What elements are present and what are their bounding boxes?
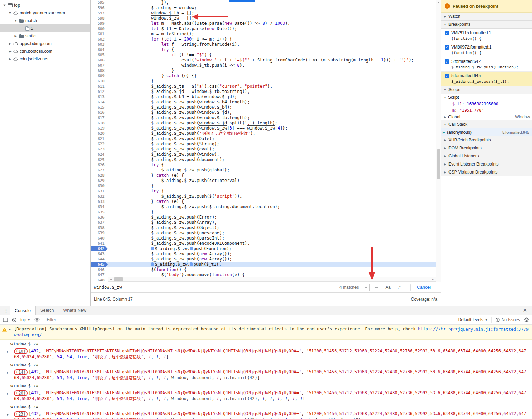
- chevron-right-icon[interactable]: ▶: [8, 42, 13, 45]
- gutter-line-number[interactable]: 603: [91, 42, 108, 47]
- filter-input[interactable]: Filter: [44, 317, 454, 323]
- tree-item-static[interactable]: ▶static: [0, 32, 90, 40]
- gutter-line-number[interactable]: 639: [91, 230, 108, 236]
- code-line[interactable]: 623 $_aiding.$_zw.push(eval);: [91, 147, 441, 152]
- code-line[interactable]: 635 }: [91, 210, 441, 215]
- code-line[interactable]: 622 $_aiding.$_zw.push(String);: [91, 141, 441, 147]
- gutter-line-number[interactable]: 619: [91, 126, 108, 131]
- code-line[interactable]: 636 $_aiding.$_zw.push(Error);: [91, 215, 441, 220]
- gutter-line-number[interactable]: 601: [91, 31, 108, 37]
- match-case-toggle[interactable]: Aa: [383, 285, 393, 290]
- log-array-preview[interactable]: ▶(20)[432, 'NTEyMDAsNTE0NTYsNTE3MTIsNTE5…: [0, 389, 532, 403]
- sidebar-section-csp-violation-breakpoints[interactable]: ▶ CSP Violation Breakpoints: [441, 168, 532, 176]
- gutter-line-number[interactable]: 598: [91, 16, 108, 21]
- sidebar-section-dom-breakpoints[interactable]: ▶ DOM Breakpoints: [441, 144, 532, 152]
- code-line[interactable]: 632 $_aiding.$_zw.push($('script'));: [91, 194, 441, 199]
- sidebar-section-call-stack[interactable]: ▼ Call Stack: [441, 120, 532, 128]
- console-sidebar-icon[interactable]: [3, 318, 8, 322]
- inline-breakpoint-marker[interactable]: [151, 247, 154, 250]
- horizontal-scrollbar[interactable]: ◄ ►: [108, 277, 436, 282]
- gutter-line-number[interactable]: 611: [91, 84, 108, 89]
- gutter-line-number[interactable]: 606: [91, 58, 108, 63]
- scroll-up-arrow-icon[interactable]: ▲: [436, 0, 441, 3]
- gutter-line-number[interactable]: 623: [91, 147, 108, 152]
- code-line[interactable]: 613 $_aiding.$_b4 = btoa(window.$_jd);: [91, 94, 441, 100]
- code-line[interactable]: 601 m = m.toString();: [91, 31, 441, 37]
- code-line[interactable]: 612 $_aiding.$_jd = window.$_tb.toString…: [91, 89, 441, 94]
- tree-item-top[interactable]: ▼top: [0, 1, 90, 9]
- breakpoint-entry[interactable]: ✓ 5:formatted:642 $_aiding.$_zw.push(Fun…: [441, 57, 532, 72]
- chevron-down-icon[interactable]: ▼: [8, 11, 13, 15]
- gutter-line-number[interactable]: 597: [91, 10, 108, 16]
- tree-item-match[interactable]: ▼match: [0, 17, 90, 24]
- code-line[interactable]: 595 });: [91, 0, 441, 5]
- sidebar-section-scope[interactable]: ▼ Scope: [441, 86, 532, 94]
- gutter-line-number[interactable]: 615: [91, 105, 108, 110]
- gutter-line-number[interactable]: 622: [91, 141, 108, 147]
- tab-search[interactable]: Search: [36, 306, 59, 315]
- expand-arrow-icon[interactable]: ▶: [7, 370, 9, 376]
- tab-console[interactable]: Console: [10, 306, 36, 315]
- breakpoint-line-number[interactable]: 642: [91, 246, 108, 251]
- chevron-right-icon[interactable]: ▶: [8, 57, 13, 61]
- vertical-scroll-thumb[interactable]: [437, 149, 440, 179]
- inline-breakpoint-marker[interactable]: [151, 262, 154, 266]
- scope-global-group[interactable]: ▶ Global Window: [441, 113, 532, 120]
- previous-match-button[interactable]: [362, 284, 370, 291]
- source-location-link[interactable]: jquery.min.js:formatted:3779: [458, 326, 529, 332]
- gutter-line-number[interactable]: 604: [91, 47, 108, 52]
- code-line[interactable]: 626 try {: [91, 162, 441, 168]
- gutter-line-number[interactable]: 641: [91, 241, 108, 246]
- gutter-line-number[interactable]: 625: [91, 157, 108, 162]
- gutter-line-number[interactable]: 596: [91, 5, 108, 10]
- code-line[interactable]: 638 $_aiding.$_zw.push(Object);: [91, 225, 441, 230]
- gutter-line-number[interactable]: 629: [91, 178, 108, 183]
- code-line[interactable]: 615 $_aiding.$_zw.push(window.$_b4);: [91, 105, 441, 110]
- gutter-line-number[interactable]: 595: [91, 0, 108, 5]
- gutter-line-number[interactable]: 636: [91, 215, 108, 220]
- code-line[interactable]: 646 $(function() {: [91, 267, 441, 272]
- tree-item-cdn-jsdelivr-net[interactable]: ▶cdn.jsdelivr.net: [0, 55, 90, 63]
- code-line[interactable]: 621 $_aiding.$_zw.push(Date);: [91, 136, 441, 141]
- code-line[interactable]: 645 $_aiding.$_zw.push($_t1);: [91, 262, 441, 267]
- close-icon[interactable]: ✕: [520, 307, 530, 314]
- code-line[interactable]: 600 let $_t1 = Date.parse(new Date());: [91, 26, 441, 31]
- code-line[interactable]: 604 try {: [91, 47, 441, 52]
- gutter-line-number[interactable]: 613: [91, 94, 108, 100]
- code-line[interactable]: 628 } catch (e) {: [91, 173, 441, 178]
- sidebar-section-xhr-breakpoints[interactable]: ▶ XHR/fetch Breakpoints: [441, 136, 532, 144]
- frame-location[interactable]: 5:formatted:645: [502, 130, 529, 134]
- scope-script-group[interactable]: ▼ Script: [441, 94, 532, 101]
- code-line[interactable]: 633 } catch (e) {: [91, 199, 441, 204]
- gutter-line-number[interactable]: 634: [91, 204, 108, 210]
- eye-icon[interactable]: [34, 318, 40, 322]
- code-line[interactable]: 597 window.$_tb = [];: [91, 10, 441, 16]
- gutter-line-number[interactable]: 633: [91, 199, 108, 204]
- gutter-line-number[interactable]: 621: [91, 136, 108, 141]
- sidebar-section-watch[interactable]: ▶ Watch: [441, 13, 532, 21]
- gutter-line-number[interactable]: 618: [91, 120, 108, 126]
- code-line[interactable]: 637 $_aiding.$_zw.push(Array);: [91, 220, 441, 225]
- gutter-line-number[interactable]: 638: [91, 225, 108, 230]
- code-line[interactable]: 640 $_aiding.$_zw.push(parseInt);: [91, 236, 441, 241]
- gutter-line-number[interactable]: 632: [91, 194, 108, 199]
- sidebar-section-breakpoints[interactable]: ▼ Breakpoints: [441, 21, 532, 29]
- gutter-line-number[interactable]: 620: [91, 131, 108, 136]
- code-line[interactable]: 610 }: [91, 79, 441, 84]
- log-array-preview[interactable]: ▶(23)[432, 'NTEyMDAsNTE0NTYsNTE3MTIsNTE5…: [0, 410, 532, 419]
- log-levels-dropdown[interactable]: Default levels ▼: [458, 317, 488, 322]
- gutter-line-number[interactable]: 644: [91, 257, 108, 262]
- cancel-button[interactable]: Cancel: [410, 284, 437, 291]
- code-line[interactable]: 619 $_aiding.$_zw.push(window.$_zw[3] ==…: [91, 126, 441, 131]
- gutter-line-number[interactable]: 607: [91, 63, 108, 68]
- search-input[interactable]: window.$_zw: [94, 285, 337, 290]
- clear-console-icon[interactable]: [12, 318, 16, 322]
- code-line[interactable]: 625 $_aiding.$_zw.push(document);: [91, 157, 441, 162]
- code-line[interactable]: 603 let f = String.fromCharCode(i);: [91, 42, 441, 47]
- code-line[interactable]: 614 $_aiding.$_zw.push(window.$_b4.lengt…: [91, 100, 441, 105]
- tree-item-5[interactable]: 5: [0, 24, 90, 32]
- gutter-line-number[interactable]: 624: [91, 152, 108, 157]
- code-line[interactable]: 641 $_aiding.$_zw.push(encodeURIComponen…: [91, 241, 441, 246]
- code-line[interactable]: 596 $_aiding = window;: [91, 5, 441, 10]
- breakpoint-checkbox[interactable]: ✓: [445, 59, 449, 64]
